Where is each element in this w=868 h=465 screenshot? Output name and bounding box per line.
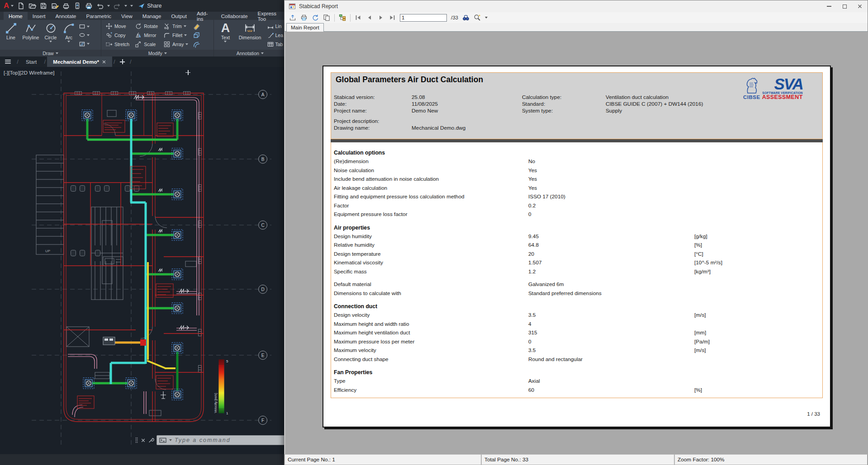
- report-preview-area[interactable]: Global Parameters Air Duct Calculation S…: [285, 32, 868, 455]
- print-icon[interactable]: [85, 2, 93, 10]
- last-page-button[interactable]: [389, 14, 396, 21]
- ribbon-tab[interactable]: Output: [166, 12, 192, 20]
- close-tab-icon[interactable]: [102, 60, 106, 64]
- ribbon-tab[interactable]: Parametric: [81, 12, 117, 20]
- main-report-tab[interactable]: Main Report: [286, 23, 324, 32]
- ribbon-tab[interactable]: Express Too: [253, 12, 286, 20]
- modify-panel-label[interactable]: Modify: [101, 50, 214, 56]
- new-file-icon[interactable]: [17, 2, 25, 9]
- copy-button[interactable]: [323, 14, 330, 21]
- trim-button[interactable]: Trim: [163, 22, 188, 31]
- find-button[interactable]: [462, 14, 470, 21]
- zoom-button[interactable]: [474, 14, 481, 21]
- ellipse-button[interactable]: [79, 32, 90, 38]
- move-button[interactable]: Move: [105, 22, 129, 31]
- ribbon-tab[interactable]: Add-ins: [192, 12, 216, 20]
- close-button[interactable]: [852, 0, 868, 12]
- draw-panel-label[interactable]: Draw: [0, 50, 101, 56]
- report-row: Maximum height ventilation duct315[mm]: [331, 329, 822, 338]
- qat-customize-icon[interactable]: [130, 5, 133, 7]
- dimension-button[interactable]: Dimension: [236, 21, 264, 50]
- report-header-box: Global Parameters Air Duct Calculation S…: [331, 72, 823, 139]
- rotate-button[interactable]: Rotate: [135, 22, 158, 31]
- redo-button[interactable]: [113, 2, 121, 9]
- command-placeholder: Type a command: [175, 437, 231, 443]
- new-drawing-tab-button[interactable]: [117, 56, 128, 67]
- current-page-status: Current Page No.: 1: [285, 454, 481, 465]
- ribbon-tab[interactable]: View: [116, 12, 138, 20]
- annotation-panel-label[interactable]: Annotation: [214, 50, 286, 56]
- open-file-icon[interactable]: [28, 2, 36, 10]
- drawing-tab-menu-icon[interactable]: [0, 56, 15, 67]
- group-tree-button[interactable]: [339, 14, 346, 21]
- report-row: Specific mass1.2[kg/m³]: [331, 268, 822, 277]
- ribbon-tab[interactable]: Collaborate: [216, 12, 253, 20]
- export-report-button[interactable]: [289, 14, 296, 21]
- ribbon-tab[interactable]: Annotate: [50, 12, 81, 20]
- start-tab[interactable]: Start: [20, 56, 43, 67]
- report-row: Air leakage calculationYes: [331, 184, 822, 193]
- line-button[interactable]: Line: [2, 21, 20, 50]
- fillet-button[interactable]: Fillet: [163, 31, 188, 40]
- minimize-button[interactable]: [821, 0, 837, 12]
- drawing-tab-bar: Start Mechanical Demo*: [0, 56, 286, 67]
- command-input[interactable]: Type a command: [157, 435, 286, 445]
- report-info-right: Calculation type:Ventilation duct calcul…: [522, 94, 703, 114]
- zoom-dropdown-icon[interactable]: [485, 17, 488, 19]
- page-number-input[interactable]: [400, 14, 447, 22]
- sva-cibse-logo: CIBSE SVA SOFTWARE VERIFICATION ASSESSME…: [743, 77, 819, 101]
- ribbon-tab[interactable]: Manage: [138, 12, 166, 20]
- stretch-button[interactable]: Stretch: [105, 40, 129, 49]
- print-report-button[interactable]: [300, 14, 308, 21]
- save-as-icon[interactable]: [51, 2, 59, 10]
- command-customize-icon[interactable]: [148, 437, 154, 443]
- scale-button[interactable]: Scale: [135, 40, 158, 49]
- model-viewport[interactable]: [-][Top][2D Wireframe]: [0, 67, 286, 454]
- polyline-button[interactable]: Polyline: [20, 21, 42, 50]
- autocad-logo-icon[interactable]: A: [4, 1, 14, 10]
- hatch-button[interactable]: [79, 41, 90, 47]
- copy-button[interactable]: Copy: [105, 31, 129, 40]
- undo-button[interactable]: [96, 2, 104, 9]
- command-grip-icon[interactable]: [135, 437, 138, 443]
- command-close-icon[interactable]: [141, 438, 146, 443]
- next-page-button[interactable]: [377, 14, 384, 21]
- array-button[interactable]: Array: [163, 40, 188, 49]
- ribbon-tab[interactable]: Home: [4, 12, 28, 20]
- erase-button[interactable]: [193, 22, 200, 31]
- table-button[interactable]: Tab: [267, 41, 283, 47]
- recent-commands-icon[interactable]: [169, 439, 172, 441]
- ribbon-tab[interactable]: Insert: [28, 12, 51, 20]
- report-section: Air properties Design humidity9.45[g/kg]…: [331, 223, 822, 277]
- previous-page-button[interactable]: [366, 14, 373, 21]
- explode-button[interactable]: [193, 31, 200, 40]
- report-section: Calculation options (Re)dimensionNoNoise…: [331, 148, 822, 219]
- report-row: Efficiency60[%]: [331, 386, 822, 395]
- new-layout-button[interactable]: [182, 67, 194, 78]
- save-icon[interactable]: [39, 2, 47, 9]
- rectangle-button[interactable]: [79, 23, 90, 30]
- report-page: Global Parameters Air Duct Calculation S…: [323, 66, 831, 427]
- mirror-button[interactable]: Mirror: [135, 31, 158, 40]
- linear-dimension-button[interactable]: Lin: [267, 23, 283, 29]
- velocity-legend: 5 1 Velocity [m/s]: [213, 359, 228, 415]
- offset-button[interactable]: [193, 40, 200, 49]
- report-titlebar[interactable]: Stabicad Report: [285, 0, 868, 12]
- leader-button[interactable]: Lea: [267, 32, 283, 38]
- active-drawing-tab[interactable]: Mechanical Demo*: [47, 56, 112, 67]
- command-prompt-icon[interactable]: [159, 437, 166, 444]
- refresh-button[interactable]: [312, 14, 319, 21]
- floor-plan-canvas[interactable]: A B C D E F: [0, 67, 286, 454]
- annotation-panel: Text Dimension Lin Lea Tab Annotation: [214, 20, 286, 56]
- text-button[interactable]: Text: [218, 21, 233, 50]
- report-body: Calculation options (Re)dimensionNoNoise…: [331, 142, 823, 398]
- report-row: TypeAxial: [331, 377, 822, 386]
- first-page-button[interactable]: [355, 14, 362, 21]
- plot-icon[interactable]: [62, 2, 70, 9]
- maximize-button[interactable]: [837, 0, 852, 12]
- circle-button[interactable]: Circle: [42, 21, 60, 50]
- report-section: Default materialGalvanized 6mDimensions …: [331, 280, 822, 298]
- arc-button[interactable]: Arc: [60, 21, 78, 50]
- open-on-mobile-icon[interactable]: [73, 2, 81, 9]
- share-button[interactable]: Share: [138, 3, 161, 9]
